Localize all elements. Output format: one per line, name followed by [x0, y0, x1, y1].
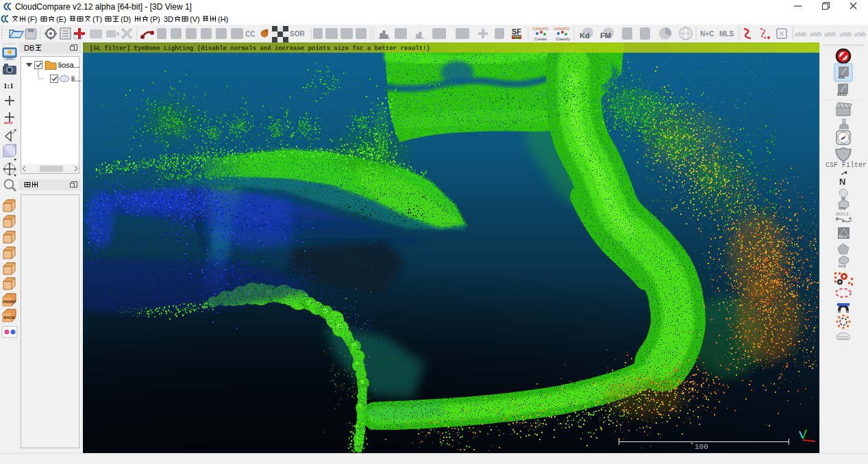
svg-text:M3C2: M3C2	[836, 211, 849, 216]
svg-text:SF: SF	[512, 27, 521, 36]
svg-text:(P): (P)	[150, 15, 160, 23]
svg-text:N: N	[839, 177, 845, 187]
svg-text:aNb: aNb	[795, 31, 807, 38]
svg-text:BACK: BACK	[4, 315, 15, 320]
svg-text:EDL: EDL	[839, 75, 845, 79]
svg-text:(H): (H)	[218, 15, 228, 23]
svg-text:auto: auto	[4, 120, 13, 125]
svg-text:li...: li...	[71, 75, 81, 83]
svg-text:FM: FM	[600, 31, 611, 40]
svg-text:(E): (E)	[56, 15, 66, 23]
svg-text:Classify: Classify	[556, 37, 570, 41]
svg-text:aNb: aNb	[840, 31, 852, 38]
svg-text:FRONT: FRONT	[3, 300, 17, 304]
svg-text:aNb: aNb	[854, 31, 867, 38]
svg-text:RGB: RGB	[839, 264, 847, 268]
svg-text:HPR: HPR	[839, 207, 846, 211]
svg-text:liosa...: liosa...	[58, 61, 80, 69]
svg-text:Create: Create	[534, 37, 547, 41]
svg-text:3D: 3D	[164, 15, 173, 23]
svg-text:(D): (D)	[121, 15, 131, 23]
svg-text:SSAO: SSAO	[837, 92, 847, 96]
svg-text:CANUPO: CANUPO	[554, 27, 570, 31]
svg-text:N+C: N+C	[700, 30, 714, 38]
svg-text:(T): (T)	[92, 15, 102, 23]
svg-text:SOR: SOR	[290, 30, 305, 38]
svg-text:(V): (V)	[190, 15, 200, 23]
svg-text:aNb: aNb	[810, 31, 822, 38]
svg-text:1:1: 1:1	[3, 81, 14, 90]
svg-text:CANUPO: CANUPO	[532, 27, 549, 31]
svg-text:PCV: PCV	[839, 235, 847, 239]
svg-text:MLS: MLS	[719, 30, 734, 38]
svg-text:aNb: aNb	[824, 31, 836, 38]
svg-text:CloudCompare v2.12 alpha [64-b: CloudCompare v2.12 alpha [64-bit] - [3D …	[15, 2, 192, 12]
svg-text:100: 100	[695, 443, 708, 451]
svg-text:(F): (F)	[27, 15, 37, 23]
svg-text:[GL filter] EyeDome Lighting (: [GL filter] EyeDome Lighting (disable no…	[90, 45, 430, 52]
svg-text:Kd: Kd	[580, 31, 590, 40]
svg-text:DB: DB	[24, 44, 34, 52]
svg-text:CC: CC	[245, 30, 255, 40]
svg-text:CSF Filter: CSF Filter	[826, 162, 867, 169]
